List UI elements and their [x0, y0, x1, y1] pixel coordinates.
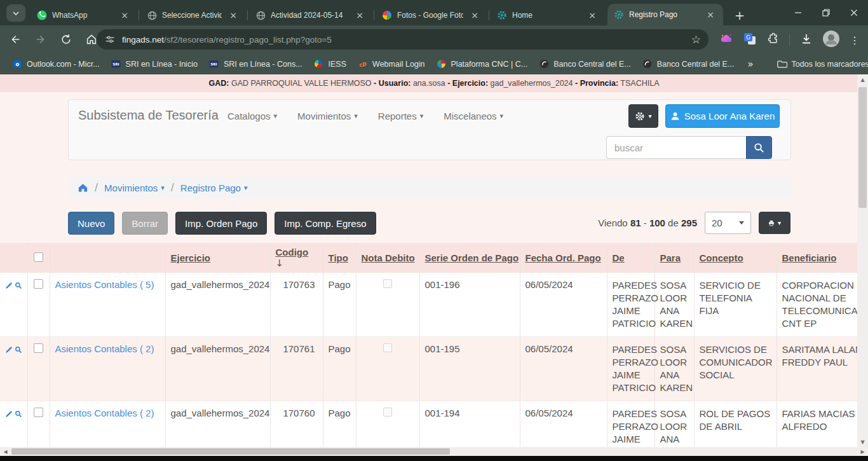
- row-checkbox[interactable]: [34, 343, 43, 353]
- header-fecha-ord-pago[interactable]: Fecha Ord. Pago: [520, 243, 607, 273]
- ejercicio-label: Ejercicio:: [452, 79, 488, 88]
- header-nota-debito[interactable]: Nota Debito: [356, 243, 419, 273]
- separator: -: [374, 79, 376, 88]
- tab-home[interactable]: Home ×: [491, 5, 605, 25]
- row-checkbox[interactable]: [34, 279, 43, 289]
- tab-search-button[interactable]: [6, 4, 25, 22]
- imprimir-orden-pago-button[interactable]: Imp. Orden Pago: [175, 212, 267, 235]
- bookmark-banco-central-1[interactable]: Banco Central del E...: [534, 57, 635, 71]
- cell-codigo: 170760: [270, 401, 323, 448]
- breadcrumb-registro-pago[interactable]: Registro Pago▾: [180, 182, 248, 193]
- imprimir-comprobante-egreso-button[interactable]: Imp. Comp. Egreso: [275, 212, 376, 235]
- header-tipo[interactable]: Tipo: [323, 243, 356, 273]
- forward-button[interactable]: [33, 32, 48, 47]
- tab-whatsapp[interactable]: WhatsApp ×: [31, 5, 137, 25]
- banco-central-icon: [642, 59, 653, 69]
- menu-movimientos[interactable]: Movimientos▾: [297, 111, 358, 121]
- downloads-icon[interactable]: [800, 32, 813, 48]
- tab-close-icon[interactable]: ×: [704, 10, 717, 20]
- home-icon[interactable]: [78, 182, 88, 193]
- print-button[interactable]: ▾: [759, 212, 790, 234]
- bookmark-plataforma-cnc[interactable]: Plataforma CNC | C...: [432, 57, 532, 71]
- bookmark-webmail[interactable]: cP Webmail Login: [353, 57, 429, 71]
- gad-value: GAD PARROQUIAL VALLE HERMOSO: [231, 79, 372, 88]
- site-settings-icon[interactable]: [104, 34, 116, 45]
- tab-registro-pago-active[interactable]: Registro Pago ×: [607, 4, 723, 25]
- globe-icon: [147, 10, 157, 20]
- extension-cloud-icon[interactable]: [719, 32, 733, 48]
- address-bar[interactable]: fingads.net/sf2/tesoreria/registro_pago_…: [97, 29, 709, 50]
- page-size-select[interactable]: 20: [705, 212, 751, 234]
- tab-close-icon[interactable]: ×: [227, 10, 240, 20]
- scroll-right-arrow[interactable]: ▶: [857, 447, 868, 456]
- view-magnifier-icon[interactable]: [15, 280, 22, 291]
- extensions-puzzle-icon[interactable]: [766, 32, 779, 48]
- tab-actividad[interactable]: Actividad 2024-05-14 ×: [249, 5, 372, 25]
- tab-close-icon[interactable]: ×: [468, 10, 481, 20]
- menu-catalogos[interactable]: Catalogos▾: [227, 111, 277, 121]
- close-window-button[interactable]: [840, 0, 868, 25]
- translate-icon[interactable]: G: [743, 32, 756, 48]
- header-beneficiario[interactable]: Beneficiario: [776, 243, 857, 273]
- tab-seleccione-actividad[interactable]: Seleccione Actividad ×: [140, 5, 246, 25]
- profile-avatar[interactable]: [823, 31, 839, 50]
- reload-button[interactable]: [58, 32, 74, 47]
- restore-button[interactable]: [812, 0, 840, 25]
- bookmark-star-icon[interactable]: ☆: [691, 33, 701, 46]
- asientos-contables-link[interactable]: Asientos Contables ( 2): [55, 408, 154, 418]
- vertical-scrollbar[interactable]: ▲ ▼: [857, 74, 868, 447]
- user-icon: [670, 111, 680, 121]
- menu-reportes[interactable]: Reportes▾: [378, 111, 423, 121]
- row-checkbox[interactable]: [34, 408, 43, 417]
- borrar-button[interactable]: Borrar: [122, 212, 168, 235]
- header-serie-orden-pago[interactable]: Serie Orden de Pago: [419, 243, 520, 273]
- header-para[interactable]: Para: [654, 243, 694, 273]
- bookmark-sri-inicio[interactable]: SRI SRI en Línea - Inicio: [107, 57, 202, 71]
- url-text[interactable]: fingads.net/sf2/tesoreria/registro_pago_…: [122, 35, 691, 45]
- cell-codigo: 170763: [270, 273, 323, 337]
- tab-close-icon[interactable]: ×: [118, 10, 131, 20]
- edit-pencil-icon[interactable]: [5, 345, 13, 355]
- printer-icon: [768, 218, 775, 228]
- user-account-button[interactable]: Sosa Loor Ana Karen: [665, 104, 780, 128]
- header-ejercicio[interactable]: Ejercicio: [165, 243, 270, 273]
- nuevo-button[interactable]: Nuevo: [68, 212, 114, 235]
- tab-close-icon[interactable]: ×: [586, 10, 599, 20]
- breadcrumb-movimientos[interactable]: Movimientos▾: [104, 182, 165, 193]
- scroll-left-arrow[interactable]: ◀: [0, 447, 11, 456]
- back-button[interactable]: [8, 32, 23, 47]
- edit-pencil-icon[interactable]: [5, 409, 13, 419]
- whatsapp-icon: [37, 10, 47, 20]
- search-button[interactable]: [746, 136, 772, 159]
- asientos-contables-link[interactable]: Asientos Contables ( 2): [55, 343, 154, 354]
- search-input[interactable]: [606, 136, 746, 159]
- minimize-button[interactable]: [784, 0, 812, 25]
- vertical-scrollbar-thumb[interactable]: [858, 87, 867, 208]
- edit-pencil-icon[interactable]: [5, 280, 13, 291]
- all-bookmarks-button[interactable]: Todos los marcadores: [773, 57, 868, 71]
- horizontal-scrollbar[interactable]: ◀ ▶: [0, 447, 868, 456]
- asientos-contables-link[interactable]: Asientos Contables ( 5): [55, 279, 154, 290]
- browser-menu-kebab-icon[interactable]: ⋮: [850, 34, 860, 46]
- scroll-down-arrow[interactable]: ▼: [857, 437, 868, 447]
- table-header-row: Ejercicio Codigo ↓ Tipo Nota Debito Seri…: [0, 243, 857, 273]
- horizontal-scrollbar-thumb[interactable]: [11, 448, 450, 455]
- cnc-icon: [437, 59, 447, 69]
- select-all-checkbox[interactable]: [34, 252, 43, 262]
- tab-close-icon[interactable]: ×: [353, 10, 366, 20]
- scroll-up-arrow[interactable]: ▲: [857, 74, 868, 85]
- new-tab-button[interactable]: +: [731, 6, 749, 24]
- menu-miscelaneos[interactable]: Miscelaneos▾: [444, 111, 503, 121]
- bookmark-sri-consultas[interactable]: SRI SRI en Línea - Cons...: [205, 57, 307, 71]
- view-magnifier-icon[interactable]: [15, 345, 22, 355]
- bookmark-banco-central-2[interactable]: Banco Central del E...: [638, 57, 739, 71]
- header-de[interactable]: De: [607, 243, 654, 273]
- bookmarks-overflow-chevrons[interactable]: »: [743, 58, 757, 70]
- settings-gear-button[interactable]: ▾: [628, 104, 658, 128]
- bookmark-outlook[interactable]: o Outlook.com - Micr...: [8, 57, 104, 71]
- view-magnifier-icon[interactable]: [15, 409, 22, 419]
- header-concepto[interactable]: Concepto: [694, 243, 776, 273]
- header-codigo[interactable]: Codigo ↓: [270, 243, 323, 273]
- bookmark-iess[interactable]: IESS: [309, 57, 351, 71]
- tab-google-fotos[interactable]: Fotos - Google Fotos ×: [376, 5, 487, 25]
